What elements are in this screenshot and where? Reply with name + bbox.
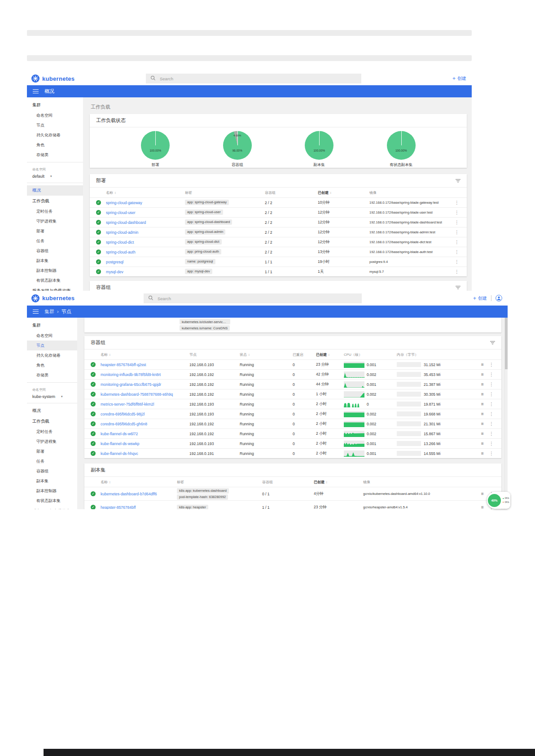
row-menu-icon[interactable]: ⋮ [488,451,495,456]
logs-icon[interactable]: ≡ [477,431,488,436]
page-scrollbar[interactable] [504,318,508,509]
row-menu-icon[interactable]: ⋮ [488,421,495,426]
pod-name-link[interactable]: coredns-695f96dcd5-98j2l [101,412,189,416]
sidebar-item[interactable]: 任务 [27,236,83,246]
pod-name-link[interactable]: monitoring-grafana-65ccfb675-qpjdr [101,382,189,387]
column-header[interactable]: 名称↕ [106,190,185,195]
sidebar-item[interactable]: 副本控制器 [27,486,77,496]
column-header[interactable]: 已重启 [293,352,316,357]
logs-icon[interactable]: ≡ [477,505,488,509]
sidebar-item[interactable]: 命名空间 [27,110,83,120]
row-menu-icon[interactable]: ⋮ [453,259,460,264]
deployment-name-link[interactable]: spring-cloud-dashboard [106,220,185,225]
menu-icon[interactable] [33,311,39,312]
create-button[interactable]: +创建 [452,75,466,82]
pod-name-link[interactable]: kube-flannel-ds-hhqvc [101,451,189,456]
sidebar-item[interactable]: 容器组 [27,466,77,476]
filter-icon[interactable] [490,341,495,345]
sidebar-item[interactable]: 容器组 [27,246,83,256]
search-input[interactable]: Search [144,293,362,303]
logs-icon[interactable]: ≡ [477,491,488,496]
sidebar-item[interactable]: kube-system▾ [27,393,77,401]
column-header[interactable]: 标签 [177,480,262,485]
filter-icon[interactable] [456,286,460,289]
column-header[interactable]: 已创建↕ [318,190,369,195]
sidebar-item[interactable]: 角色 [27,360,77,370]
sidebar-item[interactable]: 持久化存储卷 [27,350,77,360]
pod-name-link[interactable]: kube-flannel-ds-w6l72 [101,432,189,436]
row-menu-icon[interactable]: ⋮ [488,441,495,446]
deployment-name-link[interactable]: spring-cloud-admin [106,230,185,235]
column-header[interactable]: 状态↕ [240,352,293,357]
column-header[interactable]: 节点 [189,352,240,357]
column-header[interactable]: 内存（字节） [397,352,477,357]
row-menu-icon[interactable]: ⋮ [453,249,460,254]
column-header[interactable]: 已创建↕ [316,352,344,357]
create-button[interactable]: +创建 [473,295,487,302]
sidebar-item[interactable]: 有状态副本集 [27,496,77,506]
sidebar-item[interactable]: 守护进程集 [27,437,77,446]
row-menu-icon[interactable]: ⋮ [453,230,460,235]
breadcrumb-parent[interactable]: 集群 [44,309,54,314]
sidebar-item[interactable]: 节点 [27,341,77,350]
row-menu-icon[interactable]: ⋮ [453,240,460,245]
sidebar-item[interactable]: 节点 [27,120,83,130]
sidebar-item[interactable]: 守护进程集 [27,216,83,226]
logs-icon[interactable]: ≡ [477,402,488,406]
logs-icon[interactable]: ≡ [477,441,488,446]
sidebar-item[interactable]: 持久化存储卷 [27,130,83,140]
column-header[interactable]: 容器组 [262,480,314,485]
sidebar-item[interactable]: 定时任务 [27,427,77,437]
deployment-name-link[interactable]: spring-cloud-dict [106,240,185,245]
filter-icon[interactable] [456,179,460,183]
row-menu-icon[interactable]: ⋮ [488,431,495,436]
sidebar-item[interactable]: 存储类 [27,370,77,380]
pod-name-link[interactable]: kube-flannel-ds-wswkp [101,441,189,446]
column-header[interactable]: 镜像 [363,480,477,485]
logs-icon[interactable]: ≡ [477,372,488,377]
deployment-name-link[interactable]: spring-cloud-auth [106,250,185,254]
row-menu-icon[interactable]: ⋮ [488,392,495,397]
row-menu-icon[interactable]: ⋮ [488,362,495,367]
sidebar-item[interactable]: 概况 [27,406,77,416]
pod-name-link[interactable]: metrics-server-75df6ff86f-kkm2l [101,402,189,406]
column-header[interactable]: 已创建↕ [314,480,363,485]
sidebar-item[interactable]: 角色 [27,140,83,150]
user-avatar-icon[interactable] [496,295,502,302]
speed-overlay-widget[interactable]: 40% ▲0Kb ▼0Kb [487,492,510,509]
pod-name-link[interactable]: heapster-8576784bff-q2sst [101,363,189,367]
sidebar-item[interactable]: 部署 [27,446,77,456]
deployment-name-link[interactable]: mysql-dev [106,270,185,274]
deployment-name-link[interactable]: spring-cloud-gateway [106,201,185,205]
sidebar-item[interactable]: 存储类 [27,150,83,160]
logs-icon[interactable]: ≡ [477,451,488,456]
row-menu-icon[interactable]: ⋮ [453,210,460,215]
column-header[interactable]: CPU（核） [344,352,397,357]
replica-set-name-link[interactable]: heapster-8576784bff [101,505,177,510]
column-header[interactable]: 名称↕ [101,480,177,485]
column-header[interactable]: 镜像 [369,190,453,195]
sidebar-item[interactable]: default▾ [27,173,83,180]
row-menu-icon[interactable]: ⋮ [453,269,460,274]
sidebar-item[interactable]: 部署 [27,226,83,236]
sidebar-item[interactable]: 定时任务 [27,206,83,216]
sidebar-item[interactable]: 命名空间 [27,331,77,341]
column-header[interactable]: 名称↕ [101,352,189,357]
sidebar-item[interactable]: 任务 [27,456,77,466]
sidebar-item[interactable]: 副本控制器 [27,266,83,275]
logs-icon[interactable]: ≡ [477,421,488,426]
row-menu-icon[interactable]: ⋮ [453,200,460,205]
pod-name-link[interactable]: coredns-695f96dcd5-gh6n8 [101,422,189,426]
column-header[interactable]: 容器组 [265,190,318,195]
replica-set-name-link[interactable]: kubernetes-dashboard-b7d64dff6 [101,492,177,496]
search-input[interactable]: Search [146,74,361,83]
column-header[interactable]: 标签 [185,190,265,195]
row-menu-icon[interactable]: ⋮ [488,372,495,377]
logs-icon[interactable]: ≡ [477,382,488,387]
logs-icon[interactable]: ≡ [477,411,488,416]
sidebar-item[interactable]: 副本集 [27,256,83,266]
row-menu-icon[interactable]: ⋮ [488,402,495,406]
sidebar-item[interactable]: 概况 [27,185,83,196]
row-menu-icon[interactable]: ⋮ [488,382,495,387]
pod-name-link[interactable]: monitoring-influxdb-9b78f5fd9-kn8rt [101,372,189,377]
